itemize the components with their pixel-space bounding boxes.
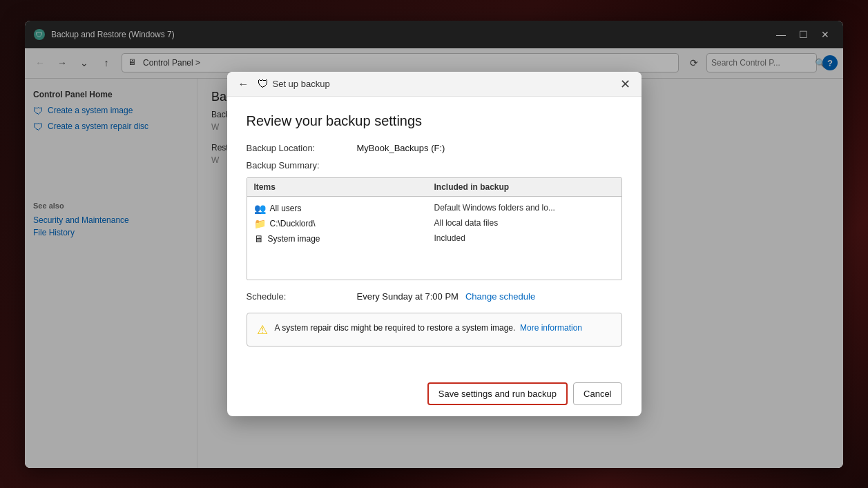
dialog-title-icon: 🛡 [258,78,269,90]
table-row: 🖥 System image Included [254,231,615,246]
system-icon: 🖥 [254,233,264,244]
schedule-label: Schedule: [247,291,357,302]
dialog-body: Review your backup settings Backup Locat… [227,97,642,374]
dialog-title-text: Set up backup [273,79,617,89]
col-included-header: Included in backup [434,182,615,192]
folder-label: C:\Ducklord\ [270,219,316,228]
table-cell-item-0: 👥 All users [254,203,434,214]
save-run-backup-button[interactable]: Save settings and run backup [427,382,568,405]
all-users-icon: 👥 [254,203,266,214]
warning-icon: ⚠ [257,322,268,338]
main-window: 🛡 Backup and Restore (Windows 7) — ☐ ✕ ←… [25,21,843,468]
backup-table: Items Included in backup 👥 All users Def… [247,177,622,280]
backup-location-value: MyBook_Backups (F:) [357,143,445,153]
schedule-value: Every Sunday at 7:00 PM [357,291,459,302]
table-cell-included-2: Included [434,233,615,244]
backup-summary-row: Backup Summary: [247,160,622,170]
dialog-back-button[interactable]: ← [235,78,252,90]
backup-table-header: Items Included in backup [247,178,621,197]
warning-message: A system repair disc might be required t… [275,323,516,333]
modal-overlay: ← 🛡 Set up backup ✕ Review your backup s… [25,21,843,468]
table-row: 👥 All users Default Windows folders and … [254,201,615,216]
warning-box: ⚠ A system repair disc might be required… [247,313,622,347]
all-users-label: All users [270,204,302,213]
table-cell-item-2: 🖥 System image [254,233,434,244]
table-row: 📁 C:\Ducklord\ All local data files [254,216,615,231]
warning-text: A system repair disc might be required t… [275,322,583,334]
change-schedule-link[interactable]: Change schedule [465,291,535,302]
backup-table-body: 👥 All users Default Windows folders and … [247,197,621,280]
dialog: ← 🛡 Set up backup ✕ Review your backup s… [227,72,642,416]
table-cell-included-0: Default Windows folders and lo... [434,203,615,214]
table-cell-item-1: 📁 C:\Ducklord\ [254,218,434,229]
more-info-link[interactable]: More information [520,323,582,333]
backup-summary-label: Backup Summary: [247,160,357,170]
table-cell-included-1: All local data files [434,218,615,229]
col-items-header: Items [254,182,434,192]
dialog-footer: Save settings and run backup Cancel [227,374,642,416]
dialog-title-bar: ← 🛡 Set up backup ✕ [227,72,642,97]
dialog-heading: Review your backup settings [247,113,622,129]
folder-icon: 📁 [254,218,266,229]
backup-location-row: Backup Location: MyBook_Backups (F:) [247,143,622,153]
system-image-label: System image [268,234,320,244]
cancel-button[interactable]: Cancel [573,382,621,405]
schedule-row: Schedule: Every Sunday at 7:00 PM Change… [247,291,622,302]
dialog-close-button[interactable]: ✕ [617,77,633,92]
backup-location-label: Backup Location: [247,143,357,153]
